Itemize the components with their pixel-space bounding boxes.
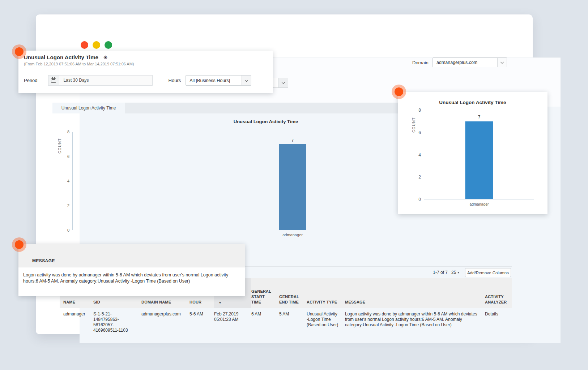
chart-bar-admanager[interactable]: 7 (465, 121, 493, 199)
cell-general-end-time: 5 AM (279, 311, 307, 333)
cell-logon-time: Feb 27,2019 05:01:23 AM (214, 311, 251, 333)
annotation-marker (12, 237, 26, 252)
chevron-down-icon (245, 78, 248, 82)
cell-message: Logon activity was done by admanager wit… (345, 311, 485, 333)
chevron-down-icon (500, 60, 504, 64)
tab-unusual-logon-activity-time[interactable]: Unusual Logon Activity Time (52, 103, 125, 113)
window-controls (81, 41, 112, 49)
x-axis-category-label: admanager (282, 233, 303, 237)
sort-desc-icon[interactable]: ▾ (219, 300, 221, 305)
insight-icon: ✳ (103, 55, 108, 60)
y-axis-tick: 6 (418, 130, 421, 135)
unusual-logon-activity-chart-zoom: COUNT864207admanager (398, 110, 534, 208)
domain-select-value: admanagerplus.com (433, 60, 497, 65)
cell-domain-name: admanagerplus.com (141, 311, 189, 333)
column-header-activity-analyzer[interactable]: ACTIVITY ANALYZER (485, 294, 511, 305)
y-axis-tick: 4 (67, 179, 69, 183)
filter-callout-card: Unusual Logon Activity Time ✳ (From Feb … (18, 51, 273, 93)
report-title: Unusual Logon Activity Time (24, 54, 98, 60)
message-card-body: Logon activity was done by admanager wit… (23, 272, 236, 284)
desktop-background: Domain admanagerplus.com Unusual Logon A… (0, 0, 588, 370)
y-axis-tick: 8 (67, 130, 69, 134)
chevron-down-icon: ▾ (457, 271, 459, 274)
y-axis-tick: 0 (67, 228, 69, 232)
cell-hour: 5-6 AM (189, 311, 214, 333)
cell-name: admanager (63, 311, 93, 333)
y-axis-label: COUNT (58, 138, 62, 154)
add-remove-columns-button[interactable]: Add/Remove Columns (465, 268, 511, 277)
y-axis-tick: 2 (418, 175, 421, 180)
y-axis-tick: 2 (67, 203, 69, 208)
page-size-value: 25 (451, 270, 456, 275)
calendar-button[interactable] (48, 75, 59, 86)
domain-select[interactable]: admanagerplus.com (433, 57, 507, 67)
card-divider (24, 71, 273, 71)
chart-bar-admanager[interactable]: 7 (279, 144, 306, 230)
period-input[interactable]: Last 30 Days (59, 75, 153, 86)
minimize-window-icon[interactable] (93, 41, 100, 49)
column-header-general-end-time[interactable]: GENERAL END TIME (279, 294, 307, 305)
bar-value-label: 7 (291, 138, 294, 142)
column-header-hour[interactable]: HOUR (189, 300, 214, 305)
y-axis-tick: 0 (418, 197, 421, 202)
y-axis-tick: 8 (418, 108, 421, 113)
annotation-marker (12, 44, 26, 59)
chart-zoom-callout-card: Unusual Logon Activity Time COUNT864207a… (398, 92, 547, 214)
hours-label: Hours (169, 78, 181, 83)
y-axis-label: COUNT (412, 117, 416, 133)
hours-select[interactable]: All [Business Hours] (186, 75, 251, 86)
column-header-domain-name[interactable]: DOMAIN NAME (141, 300, 189, 305)
maximize-window-icon[interactable] (105, 41, 112, 49)
annotation-marker (392, 85, 406, 99)
period-label: Period (24, 78, 38, 83)
y-axis-tick: 6 (67, 154, 69, 159)
column-header-general-start-time[interactable]: GENERAL START TIME (251, 289, 279, 305)
report-date-range: (From Feb 12,2019 07:51:06 AM to Mar 14,… (24, 62, 134, 66)
details-link[interactable]: Details (485, 311, 511, 333)
calendar-icon (51, 78, 56, 83)
page-size-select[interactable]: 25 ▾ (451, 270, 459, 275)
cell-general-start-time: 6 AM (251, 311, 279, 333)
column-header-message[interactable]: MESSAGE (345, 300, 485, 305)
chevron-down-icon (281, 81, 285, 84)
domain-label: Domain (412, 58, 429, 68)
chart-plot: 7admanager (424, 110, 534, 199)
table-row: admanager S-1-5-21-1484795863-58162057-4… (60, 309, 512, 333)
column-header-activity-type[interactable]: ACTIVITY TYPE (307, 300, 345, 305)
message-card-header: MESSAGE (32, 258, 55, 263)
message-callout-card: MESSAGE Logon activity was done by adman… (18, 244, 245, 296)
cell-activity-type: Unusual Activity -Logon Time (Based on U… (307, 311, 345, 333)
zoom-chart-title: Unusual Logon Activity Time (398, 100, 547, 105)
close-window-icon[interactable] (81, 41, 88, 49)
hours-select-value: All [Business Hours] (186, 78, 242, 83)
x-axis-category-label: admanager (469, 202, 489, 206)
column-header-name[interactable]: NAME (63, 300, 93, 305)
cell-sid: S-1-5-21-1484795863-58162057-4169609511-… (93, 311, 141, 333)
bar-value-label: 7 (478, 115, 481, 120)
y-axis-tick: 4 (418, 152, 421, 158)
column-header-sid[interactable]: SID (93, 300, 141, 305)
pagination-range: 1-7 of 7 (427, 270, 448, 275)
